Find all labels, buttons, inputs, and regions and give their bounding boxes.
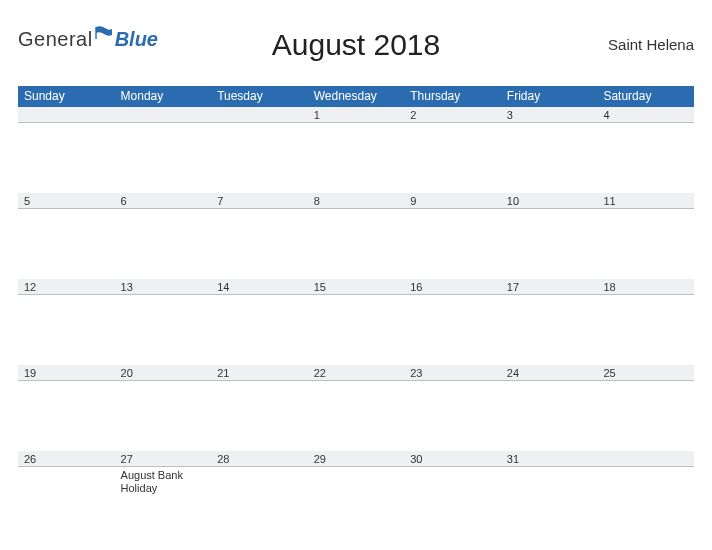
date-number: 23: [404, 365, 501, 381]
calendar-cell: 11: [597, 193, 694, 279]
date-number: 9: [404, 193, 501, 209]
calendar-cell: 29: [308, 451, 405, 537]
calendar-cell: 5: [18, 193, 115, 279]
date-number: 5: [18, 193, 115, 209]
date-number: 27: [115, 451, 212, 467]
calendar-cell: 2: [404, 107, 501, 193]
weekday-header: Wednesday: [308, 86, 405, 107]
weekday-header-row: Sunday Monday Tuesday Wednesday Thursday…: [18, 86, 694, 107]
calendar-header: General Blue August 2018 Saint Helena: [18, 20, 694, 78]
weekday-header: Saturday: [597, 86, 694, 107]
date-number: 8: [308, 193, 405, 209]
date-number: 2: [404, 107, 501, 123]
calendar-cell: 30: [404, 451, 501, 537]
calendar-cell: 7: [211, 193, 308, 279]
calendar-row: 12131415161718: [18, 279, 694, 365]
weekday-header: Sunday: [18, 86, 115, 107]
calendar-cell: 25: [597, 365, 694, 451]
date-number: 21: [211, 365, 308, 381]
date-number: 7: [211, 193, 308, 209]
date-number: 24: [501, 365, 598, 381]
weekday-header: Thursday: [404, 86, 501, 107]
logo-text-general: General: [18, 28, 93, 51]
calendar-cell: [211, 107, 308, 193]
date-number: 19: [18, 365, 115, 381]
date-number: 11: [597, 193, 694, 209]
date-number: 10: [501, 193, 598, 209]
calendar-cell: 9: [404, 193, 501, 279]
date-number: 31: [501, 451, 598, 467]
date-number: [18, 107, 115, 123]
flag-icon: [95, 22, 113, 45]
holiday-event: August Bank Holiday: [115, 467, 212, 495]
calendar-cell: 3: [501, 107, 598, 193]
date-number: 1: [308, 107, 405, 123]
calendar-cell: [597, 451, 694, 537]
date-number: 20: [115, 365, 212, 381]
date-number: 29: [308, 451, 405, 467]
calendar-cell: [115, 107, 212, 193]
calendar-cell: 8: [308, 193, 405, 279]
region-label: Saint Helena: [608, 36, 694, 53]
calendar-cell: 27August Bank Holiday: [115, 451, 212, 537]
weekday-header: Monday: [115, 86, 212, 107]
calendar-row: 567891011: [18, 193, 694, 279]
calendar-title: August 2018: [272, 28, 440, 62]
date-number: 30: [404, 451, 501, 467]
logo-text-blue: Blue: [115, 28, 158, 51]
calendar-cell: 24: [501, 365, 598, 451]
date-number: 22: [308, 365, 405, 381]
date-number: [115, 107, 212, 123]
date-number: 12: [18, 279, 115, 295]
calendar-cell: 22: [308, 365, 405, 451]
date-number: 6: [115, 193, 212, 209]
date-number: [597, 451, 694, 467]
calendar-cell: 16: [404, 279, 501, 365]
calendar-cell: 26: [18, 451, 115, 537]
calendar-cell: 18: [597, 279, 694, 365]
calendar-table: Sunday Monday Tuesday Wednesday Thursday…: [18, 86, 694, 537]
calendar-cell: 31: [501, 451, 598, 537]
calendar-cell: 20: [115, 365, 212, 451]
date-number: 16: [404, 279, 501, 295]
calendar-cell: 13: [115, 279, 212, 365]
date-number: [211, 107, 308, 123]
calendar-cell: 14: [211, 279, 308, 365]
calendar-cell: 21: [211, 365, 308, 451]
weekday-header: Friday: [501, 86, 598, 107]
calendar-cell: [18, 107, 115, 193]
calendar-cell: 17: [501, 279, 598, 365]
date-number: 17: [501, 279, 598, 295]
calendar-row: 19202122232425: [18, 365, 694, 451]
calendar-cell: 1: [308, 107, 405, 193]
calendar-cell: 12: [18, 279, 115, 365]
date-number: 26: [18, 451, 115, 467]
calendar-cell: 23: [404, 365, 501, 451]
weekday-header: Tuesday: [211, 86, 308, 107]
calendar-row: 1234: [18, 107, 694, 193]
date-number: 28: [211, 451, 308, 467]
date-number: 4: [597, 107, 694, 123]
calendar-row: 2627August Bank Holiday28293031: [18, 451, 694, 537]
calendar-cell: 19: [18, 365, 115, 451]
date-number: 15: [308, 279, 405, 295]
date-number: 25: [597, 365, 694, 381]
calendar-cell: 10: [501, 193, 598, 279]
calendar-cell: 6: [115, 193, 212, 279]
calendar-cell: 28: [211, 451, 308, 537]
date-number: 3: [501, 107, 598, 123]
date-number: 13: [115, 279, 212, 295]
calendar-cell: 15: [308, 279, 405, 365]
calendar-cell: 4: [597, 107, 694, 193]
brand-logo: General Blue: [18, 28, 158, 51]
date-number: 14: [211, 279, 308, 295]
date-number: 18: [597, 279, 694, 295]
